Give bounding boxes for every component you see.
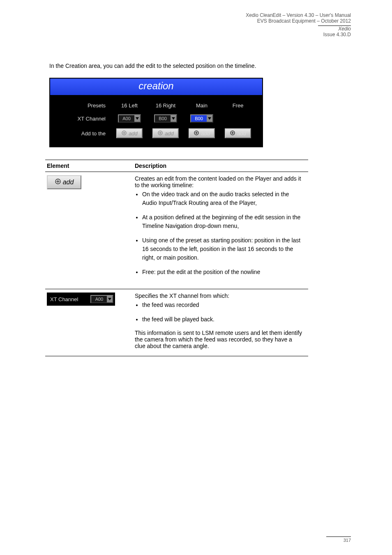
plus-icon (230, 130, 235, 137)
page-number: 317 (326, 536, 351, 543)
plus-icon (157, 130, 163, 137)
table-row-xtchannel: XT Channel A00 Specifies the XT channel … (45, 289, 308, 356)
description-table: Element Description add Creates an edit … (45, 160, 308, 356)
chevron-down-icon (134, 115, 140, 122)
svg-marker-18 (108, 298, 111, 300)
row-label-xtchannel: XT Channel (54, 116, 110, 122)
col-header-2: Main (185, 102, 218, 109)
xt-channel-dropdown-2[interactable]: B00 (190, 114, 213, 123)
chevron-down-icon (107, 296, 113, 302)
header-line1: Xedio CleanEdit – Version 4.30 – User's … (246, 12, 351, 18)
plus-icon (121, 130, 127, 137)
xt-channel-sample: XT Channel A00 (47, 293, 115, 306)
col-header-0: 16 Left (113, 102, 146, 109)
page-footer: 317 (41, 536, 351, 543)
add-button-2[interactable]: add (189, 128, 215, 138)
page: Xedio CleanEdit – Version 4.30 – User's … (0, 0, 392, 555)
row-add-bullet-1: At a position defined at the beginning o… (142, 213, 304, 230)
table-head-description: Description (133, 160, 308, 172)
panel-title: creation (50, 79, 262, 95)
add-button-0[interactable]: add (116, 128, 143, 138)
plus-icon (194, 130, 199, 137)
svg-marker-0 (136, 117, 139, 120)
add-button-3[interactable]: add (225, 128, 251, 138)
xt-channel-sample-dropdown: A00 (90, 295, 113, 303)
row-add-bullet-3: Free: put the edit at the position of th… (142, 268, 304, 276)
header-product: Xedio (246, 26, 351, 32)
table-row-add: add Creates an edit from the content loa… (45, 172, 308, 289)
svg-marker-2 (208, 117, 211, 120)
row-xt-bullet-1: the feed will be played back. (142, 315, 304, 324)
add-button-sample: add (47, 175, 81, 189)
row-add-intro: Creates an edit from the content loaded … (135, 175, 304, 188)
page-header: Xedio CleanEdit – Version 4.30 – User's … (246, 12, 351, 37)
chevron-down-icon (207, 115, 212, 122)
creation-panel: creation Presets 16 Left 16 Right Main F… (49, 78, 263, 147)
col-header-3: Free (221, 102, 254, 109)
row-xt-bullet-0: the feed was recorded (142, 301, 304, 309)
row-label-presets: Presets (54, 102, 110, 109)
header-issue: Issue 4.30.D (246, 32, 351, 37)
row-xt-intro: Specifies the XT channel from which: (135, 293, 304, 299)
plus-icon (55, 178, 61, 186)
add-button-1[interactable]: add (152, 128, 179, 138)
col-header-1: 16 Right (149, 102, 182, 109)
row-xt-outro: This information is sent to LSM remote u… (135, 330, 304, 349)
row-add-bullet-2: Using one of the preset as starting posi… (142, 236, 304, 262)
row-label-addto: Add to the (54, 130, 110, 137)
xt-channel-dropdown-0[interactable]: A00 (118, 114, 141, 123)
header-line2: EVS Broadcast Equipment – October 2012 (246, 18, 351, 24)
intro-paragraph: In the Creation area, you can add the ed… (49, 62, 304, 70)
table-head-element: Element (45, 160, 133, 172)
xt-channel-dropdown-1[interactable]: B00 (154, 114, 177, 123)
svg-marker-1 (172, 117, 175, 120)
row-add-bullet-0: On the video track and on the audio trac… (142, 190, 304, 207)
chevron-down-icon (171, 115, 176, 122)
